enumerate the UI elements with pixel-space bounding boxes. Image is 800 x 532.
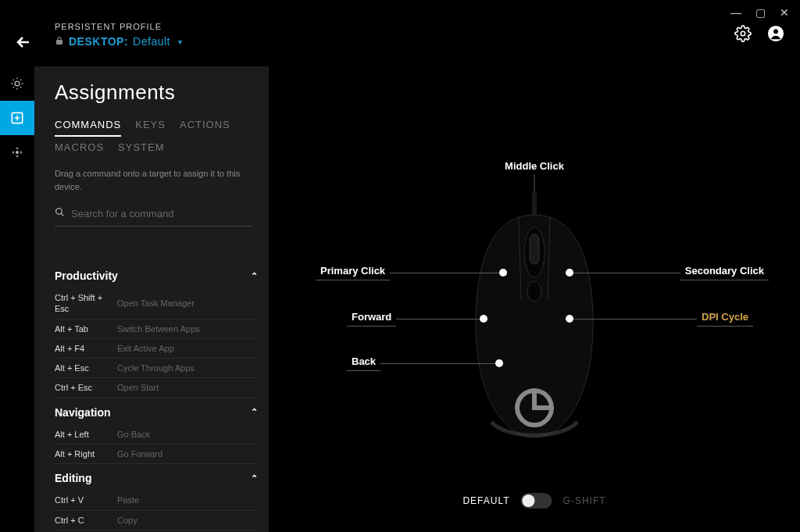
- settings-button[interactable]: [734, 25, 752, 45]
- callout-dpi-cycle[interactable]: DPI Cycle: [566, 311, 753, 327]
- profile-device: DESKTOP:: [69, 35, 128, 48]
- search-icon: [55, 207, 65, 220]
- section-label: Productivity: [55, 270, 118, 282]
- gshift-switch[interactable]: [521, 493, 552, 509]
- callout-middle-click[interactable]: Middle Click: [505, 160, 564, 172]
- rail-lighting[interactable]: [0, 66, 34, 101]
- chevron-up-icon: ⌃: [251, 407, 258, 417]
- svg-point-5: [16, 152, 19, 154]
- svg-point-0: [741, 31, 745, 36]
- cmd-row[interactable]: Ctrl + VPaste: [55, 491, 258, 510]
- tab-commands[interactable]: COMMANDS: [55, 119, 121, 137]
- lock-icon: [55, 34, 64, 48]
- tab-actions[interactable]: ACTIONS: [180, 119, 230, 137]
- cmd-row[interactable]: Alt + F4Exit Active App: [55, 339, 258, 359]
- callout-primary-click[interactable]: Primary Click: [316, 265, 507, 280]
- chevron-up-icon: ⌃: [251, 473, 258, 484]
- back-button[interactable]: [14, 33, 33, 56]
- toggle-gshift-label[interactable]: G-SHIFT: [563, 495, 606, 506]
- callout-back[interactable]: Back: [347, 355, 503, 371]
- cmd-row[interactable]: Alt + RightGo Forward: [55, 445, 258, 464]
- page-title: Assignments: [55, 80, 253, 105]
- section-navigation[interactable]: Navigation ⌃: [55, 398, 258, 425]
- svg-rect-9: [530, 234, 539, 264]
- svg-rect-7: [532, 191, 537, 215]
- tab-macros[interactable]: MACROS: [55, 141, 104, 158]
- cmd-row[interactable]: Alt + EscCycle Through Apps: [55, 359, 258, 378]
- section-label: Navigation: [55, 406, 111, 419]
- profile-selector[interactable]: DESKTOP: Default ▾: [55, 34, 734, 48]
- chevron-up-icon: ⌃: [251, 271, 258, 281]
- svg-point-3: [15, 81, 20, 86]
- section-editing[interactable]: Editing ⌃: [55, 464, 258, 491]
- search-input[interactable]: [71, 208, 253, 220]
- profile-label: PERSISTENT PROFILE: [55, 22, 734, 31]
- svg-point-2: [773, 29, 778, 34]
- cmd-row[interactable]: Ctrl + CCopy: [55, 511, 258, 530]
- tab-keys[interactable]: KEYS: [135, 119, 166, 137]
- section-label: Editing: [55, 472, 91, 484]
- chevron-down-icon: ▾: [178, 37, 182, 46]
- rail-assignments[interactable]: [0, 101, 34, 135]
- hint-text: Drag a command onto a target to assign i…: [55, 167, 253, 193]
- callout-forward[interactable]: Forward: [347, 311, 488, 327]
- section-productivity[interactable]: Productivity ⌃: [55, 262, 258, 288]
- cmd-row[interactable]: Ctrl + Shift + EscOpen Task Manager: [55, 288, 258, 320]
- profile-name: Default: [133, 35, 170, 48]
- rail-sensitivity[interactable]: [0, 135, 34, 170]
- cmd-row[interactable]: Alt + TabSwitch Between Apps: [55, 320, 258, 339]
- close-button[interactable]: ✕: [780, 6, 789, 19]
- maximize-button[interactable]: ▢: [755, 6, 766, 19]
- callout-secondary-click[interactable]: Secondary Click: [566, 265, 769, 280]
- tab-system[interactable]: SYSTEM: [118, 141, 164, 158]
- svg-point-6: [56, 209, 62, 215]
- minimize-button[interactable]: —: [730, 6, 741, 19]
- cmd-row[interactable]: Ctrl + EscOpen Start: [55, 378, 258, 398]
- account-button[interactable]: [767, 25, 784, 45]
- mode-toggle: DEFAULT G-SHIFT: [462, 493, 605, 509]
- svg-point-10: [527, 281, 541, 302]
- cmd-row[interactable]: Alt + LeftGo Back: [55, 425, 258, 445]
- profile-block: PERSISTENT PROFILE DESKTOP: Default ▾: [55, 22, 734, 48]
- toggle-default-label[interactable]: DEFAULT: [462, 495, 509, 506]
